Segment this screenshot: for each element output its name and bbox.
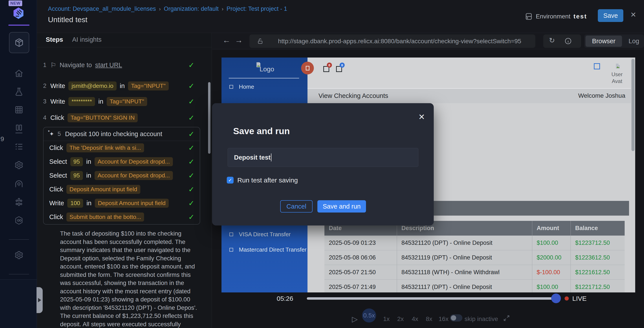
rail-divider [9,239,29,240]
panel-collapse-handle[interactable] [36,287,43,313]
table-row: 2025-05-07 21:50 845321118 (WTH) - Onlin… [324,265,625,280]
substep-row[interactable]: Write 100 in Deposit Amount input field [44,196,200,210]
slack-icon [14,197,24,207]
save-and-run-button[interactable]: Save and run [318,200,366,212]
step-action: Click [49,186,63,193]
start-url-link[interactable]: start URL [95,61,122,69]
avatar-alt-text: User [612,71,623,78]
sidebar-item-home[interactable] [14,68,24,78]
step-row-1[interactable]: 1 ⚐ Navigate to start URL [43,59,200,71]
bank-nav-mastercard-transfer[interactable]: Mastercard Direct Transfer [230,246,306,253]
cell-amount: $100.00 [532,236,571,250]
bank-nav-home[interactable]: Home [230,83,254,90]
modal-close-icon[interactable]: ✕ [418,112,425,122]
relicx-logo-icon[interactable] [12,6,26,20]
cell-balance: $1221712.50 [571,280,625,293]
step-row-4[interactable]: 4 Click Tag="BUTTON" SIGN IN [43,112,200,124]
breadcrumb-account[interactable]: Account: Devspace_all_module_licenses [48,5,156,12]
substep-row[interactable]: Click Deposit Amount input field [44,182,200,196]
sidebar-item-settings[interactable] [14,160,24,170]
sidebar-item-integrations[interactable] [14,197,24,207]
toggle-knob [451,315,456,321]
save-button[interactable]: Save [598,9,623,22]
bank-scrollbar-thumb[interactable] [632,59,634,151]
check-icon [188,185,194,194]
sidebar-item-library[interactable] [14,123,24,133]
sidebar-item-box[interactable] [9,32,29,53]
run-after-saving-checkbox[interactable] [227,177,234,183]
speed-0.5x[interactable]: 0.5x [362,309,376,323]
bank-topbar-button[interactable] [594,63,600,69]
refresh-icon[interactable]: ↻ [549,36,555,45]
substep-row[interactable]: Click The 'Deposit' link with a si... [44,141,200,155]
speed-4x[interactable]: 4x [412,316,418,323]
breadcrumb-project[interactable]: Project: Test project - 1 [226,5,287,12]
test-name-input[interactable]: Deposit test [228,148,418,167]
url-bar[interactable]: http://stage.dbank.prod-apps.relicx.ai:8… [250,34,535,48]
bank-user-avatar-broken[interactable]: User Avat [612,63,623,85]
sidebar-item-checklist[interactable] [14,142,24,152]
tab-browser[interactable]: Browser [586,35,622,47]
expand-icon[interactable] [502,314,511,322]
bank-notification-1[interactable]: 0 [323,66,329,72]
step-action: Select [49,172,67,179]
step-number: 3 [43,98,47,105]
live-dot-icon [564,296,569,301]
bank-nav-visa-transfer[interactable]: VISA Direct Transfer [230,231,291,238]
menu-glyph [306,66,310,70]
tab-steps[interactable]: Steps [46,36,63,43]
table-row: 2025-05-08 06:06 845321119 (DPT) - Onlin… [324,250,625,265]
avatar-alt-text: Avat [612,78,623,85]
save-and-run-modal: ✕ Save and run Deposit test Run test aft… [212,103,434,225]
check-icon [188,213,194,221]
playback-progress-bar[interactable] [307,297,558,300]
step-text: Navigate to [60,61,92,69]
text-cursor [271,154,272,161]
speed-16x[interactable]: 16x [438,316,448,323]
tab-log[interactable]: Log [625,35,643,47]
substep-row[interactable]: Select 95 in Account for Deposit dropd..… [44,168,200,182]
bank-nav-label: Home [239,83,254,90]
bank-scrollbar[interactable] [631,58,635,292]
check-icon [188,61,194,69]
gear-icon [14,160,24,170]
step-row-3[interactable]: 3 Write ********* in Tag="INPUT" [43,95,200,108]
playback-handle[interactable] [551,294,561,303]
forward-icon[interactable]: → [235,35,243,45]
substep-row[interactable]: Select 95 in Account for Deposit dropd..… [44,155,200,168]
steps-scrollbar[interactable] [208,82,210,154]
bank-menu-button[interactable] [301,62,314,74]
view-toggle: Browser Log [584,34,644,48]
tab-ai-insights[interactable]: AI insights [72,36,102,43]
sidebar-item-links[interactable] [14,215,24,225]
cell-description: 845321118 (WTH) - Online Withdrawl [397,265,532,280]
back-icon[interactable]: ← [222,35,230,45]
cell-date: 2025-05-07 21:49 [324,280,397,293]
environment-value: test [574,13,587,20]
sidebar-item-support[interactable] [14,178,24,189]
breadcrumb-organization[interactable]: Organization: default [164,5,219,12]
sidebar-item-settings-bottom[interactable] [14,250,24,260]
cancel-button[interactable]: Cancel [280,200,312,212]
bank-notification-2[interactable]: 0 [336,66,342,72]
sidebar-item-grid[interactable] [14,105,24,115]
panel-tabs: Steps AI insights [37,33,212,47]
sidebar-item-lab[interactable] [14,87,24,97]
step-group-header[interactable]: 5 Deposit 100 into checking account [44,127,200,141]
run-summary-text: The task of depositing $100 into the che… [60,229,197,328]
speed-8x[interactable]: 8x [426,316,432,323]
step-value-chip: 100 [67,199,83,208]
environment-selector[interactable]: Environment test [525,10,587,23]
close-icon[interactable]: ✕ [630,10,636,19]
step-row-2[interactable]: 2 Write jsmith@demo.io in Tag="INPUT" [43,80,200,92]
play-icon[interactable] [352,315,358,324]
browser-toolbar: ← → http://stage.dbank.prod-apps.relicx.… [212,33,644,49]
speed-1x[interactable]: 1x [383,316,390,323]
substep-row[interactable]: Click Submit button at the botto... [44,210,200,224]
speed-2x[interactable]: 2x [397,316,404,323]
chevron-right-icon: › [222,6,224,12]
step-connector: in [98,98,103,105]
step-target-chip: Submit button at the botto... [66,212,144,221]
info-icon[interactable] [564,37,572,45]
skip-inactive-toggle[interactable] [450,314,462,322]
